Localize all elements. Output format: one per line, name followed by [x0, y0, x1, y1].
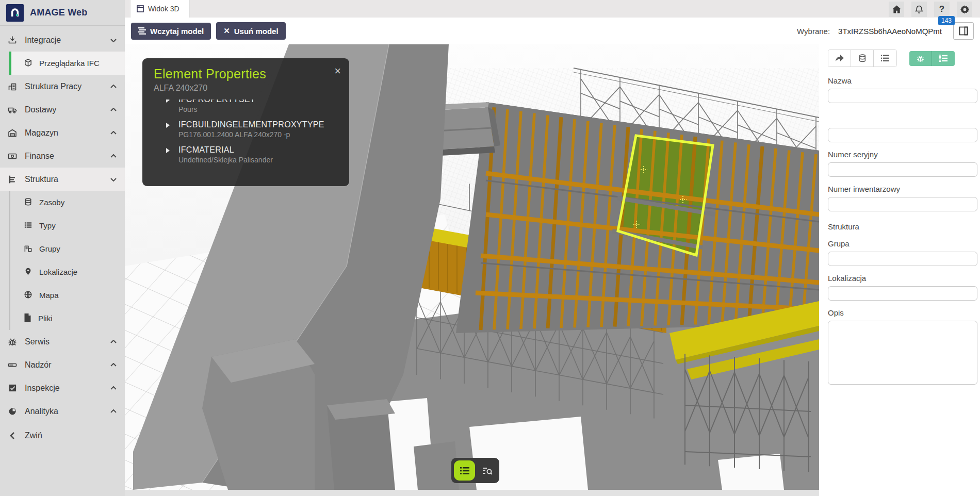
share-arrow-button[interactable]	[828, 50, 851, 67]
sidebar-item-przegladarka-ifc[interactable]: Przeglądarka IFC	[9, 52, 125, 75]
database-button[interactable]	[851, 50, 874, 67]
property-name: IFCBUILDINGELEMENTPROXYTYPE	[178, 120, 349, 129]
file-icon	[24, 313, 31, 324]
home-button[interactable]	[889, 2, 904, 17]
sidebar-item-serwis[interactable]: Serwis	[0, 330, 125, 353]
logo-row[interactable]: AMAGE Web	[0, 0, 125, 26]
inventory-number-input[interactable]	[828, 197, 977, 211]
bell-icon	[915, 5, 923, 14]
viewport-3d[interactable]: × Element Properties ALFA 240x270 IFCPRO…	[125, 44, 819, 490]
sidebar-item-integracje[interactable]: Integracje	[0, 28, 125, 52]
globe-icon	[24, 290, 32, 301]
serial-number-input[interactable]	[828, 162, 977, 177]
sidebar-item-label: Analityka	[25, 407, 103, 416]
settings-button[interactable]	[957, 2, 972, 17]
chevron-up-icon	[110, 108, 117, 112]
expand-arrow-icon	[166, 123, 170, 128]
selected-element-id: 3TxIRZSSb6hAAeoNoMQPmt	[838, 27, 942, 36]
property-row-ifcpropertyset[interactable]: IFCPROPERTYSET Pours	[142, 100, 349, 113]
secondary-input[interactable]	[828, 128, 977, 142]
sidebar-item-label: Struktura	[25, 175, 103, 184]
tree-icon	[7, 175, 18, 184]
sidebar-item-inspekcje[interactable]: Inspekcje	[0, 376, 125, 400]
sidebar-item-dostawy[interactable]: Dostawy	[0, 98, 125, 121]
tab-label: Widok 3D	[148, 5, 179, 13]
package-icon	[24, 58, 32, 69]
description-textarea[interactable]	[828, 321, 977, 385]
sidebar-item-grupy[interactable]: Grupy	[10, 237, 125, 260]
sidebar-item-struktura[interactable]: Struktura	[0, 168, 125, 191]
chevron-up-icon	[110, 131, 117, 135]
properties-list: IFCPROPERTYSET Pours IFCBUILDINGELEMENTP…	[142, 100, 349, 176]
property-row-ifcmaterial[interactable]: IFCMATERIAL Undefined/Sklejka Palisander	[142, 145, 349, 164]
list-icon	[460, 467, 469, 475]
sidebar-item-label: Dostawy	[25, 105, 103, 114]
property-value: Pours	[178, 105, 349, 113]
sidebar-item-zasoby[interactable]: Zasoby	[10, 191, 125, 214]
sidebar-item-label: Magazyn	[25, 128, 103, 138]
share-arrow-icon	[835, 55, 844, 62]
cube-icon	[137, 5, 144, 12]
sidebar-item-analityka[interactable]: Analityka	[0, 400, 125, 423]
location-input[interactable]	[828, 286, 977, 301]
chevron-up-icon	[110, 386, 117, 390]
task-list-button[interactable]	[932, 51, 955, 66]
notifications-button[interactable]	[911, 2, 927, 17]
map-pin-icon	[24, 267, 32, 277]
tab-widok-3d[interactable]: Widok 3D	[130, 0, 190, 18]
name-input[interactable]	[828, 89, 977, 103]
sidebar-item-label: Mapa	[39, 291, 59, 300]
panel-button-group	[828, 49, 897, 67]
tab-strip: Widok 3D ? 143	[125, 0, 980, 18]
sidebar-item-typy[interactable]: Typy	[10, 214, 125, 237]
list-view-button[interactable]	[874, 50, 896, 67]
button-label: Wczytaj model	[150, 27, 204, 36]
expand-arrow-icon	[166, 148, 170, 153]
list-icon	[24, 221, 32, 231]
sidebar-item-pliki[interactable]: Pliki	[10, 307, 125, 330]
group-input[interactable]	[828, 252, 977, 266]
sidebar-item-label: Grupy	[39, 244, 60, 253]
sidebar-item-label: Zasoby	[39, 198, 64, 207]
amage-logo-icon	[6, 4, 24, 22]
sidebar-item-nadzor[interactable]: Nadzór	[0, 353, 125, 376]
location-label: Lokalizacja	[828, 274, 977, 283]
remove-model-button[interactable]: ✕ Usuń model	[216, 22, 285, 40]
bug-icon	[916, 54, 925, 63]
load-model-button[interactable]: Wczytaj model	[131, 23, 211, 40]
content-area: × Element Properties ALFA 240x270 IFCPRO…	[125, 44, 980, 496]
sidebar-item-struktura-pracy[interactable]: Struktura Pracy	[0, 75, 125, 98]
work-structure-icon	[7, 82, 18, 91]
bug-report-button[interactable]	[909, 51, 932, 66]
chevron-up-icon	[110, 85, 117, 89]
gear-icon	[960, 5, 969, 14]
help-icon: ?	[939, 4, 944, 14]
search-list-button[interactable]	[478, 461, 497, 480]
struktura-children: Zasoby Typy Grupy Lokalizacje	[9, 191, 125, 330]
property-row-ifcbuildingelementproxytype[interactable]: IFCBUILDINGELEMENTPROXYTYPE PG176.001.24…	[142, 120, 349, 139]
help-button[interactable]: ?	[934, 2, 950, 17]
panel-action-row	[828, 49, 977, 67]
close-icon[interactable]: ×	[334, 65, 341, 77]
toggle-panel-button[interactable]	[953, 22, 974, 40]
sidebar-item-label: Typy	[39, 221, 56, 230]
task-list-icon	[939, 55, 948, 62]
sidebar-collapse-button[interactable]: Zwiń	[0, 424, 125, 447]
panel-green-group	[909, 51, 955, 66]
element-details-panel: Nazwa Numer seryjny Numer inwentarzowy S…	[819, 44, 980, 496]
sidebar-item-finanse[interactable]: Finanse	[0, 144, 125, 168]
property-name: IFCPROPERTYSET	[178, 100, 349, 104]
sidebar-item-magazyn[interactable]: Magazyn	[0, 121, 125, 144]
sidebar-item-label: Integracje	[25, 36, 103, 45]
element-list-button[interactable]	[454, 460, 475, 481]
chevron-up-icon	[110, 154, 117, 158]
sidebar-item-lokalizacje[interactable]: Lokalizacje	[10, 260, 125, 284]
banknote-icon	[7, 152, 18, 161]
list-icon	[881, 55, 889, 62]
sidebar-item-mapa[interactable]: Mapa	[10, 284, 125, 307]
chevron-up-icon	[110, 363, 117, 367]
notification-count-badge: 143	[938, 16, 955, 25]
search-list-icon	[482, 466, 493, 475]
chevron-up-icon	[110, 340, 117, 344]
app-title: AMAGE Web	[30, 7, 87, 18]
